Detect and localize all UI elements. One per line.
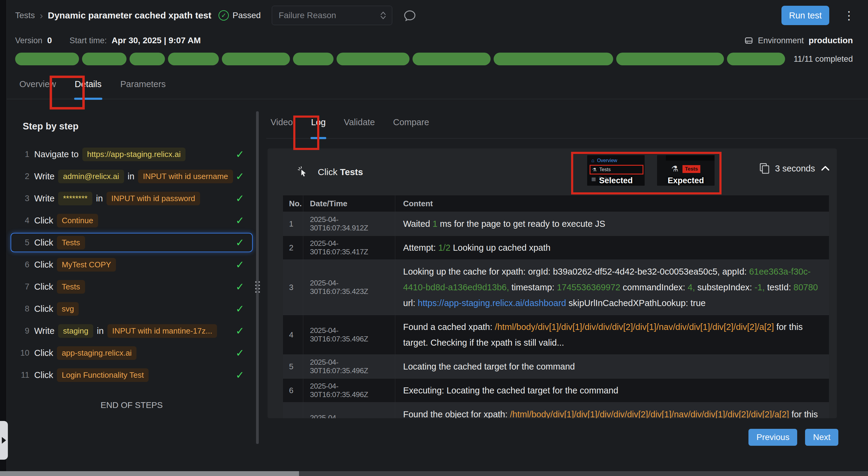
horizontal-scrollbar-thumb[interactable] — [0, 471, 299, 476]
next-button[interactable]: Next — [805, 429, 838, 446]
step-target-badge: staging — [58, 324, 93, 338]
log-text: commandIndex: — [620, 282, 688, 292]
step-list: 1Navigate to https://app-staging.relicx.… — [10, 144, 253, 385]
mini-nav-tests-highlighted: ⚗Tests — [590, 165, 644, 174]
step-row[interactable]: 11Click Login Functionality Test✓ — [10, 365, 253, 385]
step-row[interactable]: 10Click app-staging.relicx.ai✓ — [10, 343, 253, 363]
comment-icon[interactable] — [403, 9, 416, 22]
steps-title: Step by step — [23, 121, 253, 132]
tab-log[interactable]: Log — [311, 109, 326, 138]
step-target-badge: Login Functionality Test — [57, 368, 149, 382]
step-action-text: in — [125, 171, 137, 181]
step-row[interactable]: 3Write ******** in INPUT with id passwor… — [10, 189, 253, 208]
step-number: 4 — [18, 216, 29, 225]
log-row-content: Found a cached xpath: /html/body/div[1]/… — [395, 315, 829, 354]
previous-button[interactable]: Previous — [748, 429, 797, 446]
selected-screenshot-thumbnail[interactable]: ⌂Overview ⚗Tests ▦Suites Selected — [587, 155, 645, 186]
page-title: Dynamic parameter cached xpath test — [48, 10, 211, 21]
details-content: Step by step 1Navigate to https://app-st… — [0, 109, 868, 476]
log-highlight-value: 1/2 — [438, 243, 451, 252]
log-row-number: 1 — [283, 212, 303, 236]
version-label: Version — [15, 36, 42, 45]
tab-validate[interactable]: Validate — [343, 109, 376, 138]
col-header-content: Content — [395, 195, 829, 212]
step-row[interactable]: 9Write staging in INPUT with id mantine-… — [10, 321, 253, 341]
step-row[interactable]: 8Click svg✓ — [10, 299, 253, 318]
overflow-menu-icon[interactable]: ⋮ — [843, 9, 855, 22]
command-label: Click Tests — [318, 167, 363, 177]
collapse-chevron-up-icon[interactable] — [820, 165, 830, 172]
step-action-text: Click — [34, 304, 56, 314]
expected-screenshot-thumbnail[interactable]: ⚗ Tests Expected — [657, 155, 715, 186]
breadcrumb-chevron-icon: › — [40, 10, 43, 21]
log-table-row: 42025-04-30T16:07:35.496ZFound a cached … — [283, 315, 829, 354]
step-action-text: Write — [34, 326, 57, 336]
step-target-badge: Tests — [57, 236, 85, 249]
step-row[interactable]: 6Click MyTest COPY✓ — [10, 255, 253, 274]
log-row-content: Found the object for xpath: /html/body/d… — [395, 403, 829, 418]
step-number: 3 — [18, 194, 29, 203]
breadcrumb[interactable]: Tests — [15, 10, 35, 20]
log-row-content: Attempt: 1/2 Looking up cached xpath — [395, 236, 829, 260]
tab-overview[interactable]: Overview — [19, 75, 57, 99]
step-target-badge: https://app-staging.relicx.ai — [82, 147, 186, 161]
log-row-timestamp: 2025-04-30T16:07:35.753Z — [303, 403, 395, 418]
step-success-check-icon: ✓ — [236, 237, 245, 248]
log-row-timestamp: 2025-04-30T16:07:35.496Z — [303, 355, 395, 378]
step-number: 5 — [18, 238, 29, 247]
drive-icon — [744, 36, 753, 45]
log-highlight-value: 1745536369972 — [557, 282, 620, 292]
log-table-row: 22025-04-30T16:07:35.417ZAttempt: 1/2 Lo… — [283, 236, 829, 260]
panel-resize-grip[interactable] — [254, 281, 261, 293]
copy-icon[interactable] — [760, 163, 770, 174]
tab-details[interactable]: Details — [74, 75, 102, 99]
log-highlight-value: 1 — [433, 219, 437, 229]
step-row[interactable]: 1Navigate to https://app-staging.relicx.… — [10, 144, 253, 164]
log-row-content: Looking up the cache for xpath: orgId: b… — [395, 260, 829, 315]
status-badge: ✓ Passed — [218, 10, 260, 21]
step-success-check-icon: ✓ — [236, 325, 245, 337]
step-row[interactable]: 7Click Tests✓ — [10, 277, 253, 296]
log-xpath-value: /html/body/div[1]/div[1]/div/div/div[2]/… — [510, 409, 789, 418]
horizontal-scrollbar-track[interactable] — [0, 471, 868, 476]
pager: Previous Next — [748, 429, 838, 446]
step-action-text: Click — [34, 238, 56, 248]
log-tabs: Video Log Validate Compare — [266, 109, 868, 138]
log-text: Locating the cached target for the comma… — [403, 362, 575, 371]
log-url-link[interactable]: https://app-staging.relicx.ai/dashboard — [417, 298, 566, 308]
expand-sidebar-handle[interactable] — [0, 421, 8, 460]
check-circle-icon: ✓ — [218, 10, 229, 21]
step-row[interactable]: 4Click Continue✓ — [10, 211, 253, 230]
log-text: Waited — [403, 219, 433, 229]
step-number: 9 — [18, 326, 29, 336]
log-row-timestamp: 2025-04-30T16:07:34.912Z — [303, 212, 395, 236]
tab-compare[interactable]: Compare — [393, 109, 430, 138]
log-row-content: Waited 1 ms for the page to get ready to… — [395, 212, 829, 236]
log-table-body: 12025-04-30T16:07:34.912ZWaited 1 ms for… — [283, 212, 829, 418]
log-text: skipUrlInCachedXPathLookup: true — [566, 298, 706, 308]
log-text: Looking up cached xpath — [451, 243, 551, 252]
log-table-row: 32025-04-30T16:07:35.423ZLooking up the … — [283, 260, 829, 315]
screenshot-thumbnails: ⌂Overview ⚗Tests ▦Suites Selected ⚗ Test… — [571, 155, 717, 186]
home-icon: ⌂ — [591, 158, 594, 163]
step-row[interactable]: 5Click Tests✓ — [10, 233, 253, 252]
steps-vertical-scrollbar[interactable] — [256, 111, 259, 444]
log-table-row: 12025-04-30T16:07:34.912ZWaited 1 ms for… — [283, 212, 829, 236]
select-chevrons-icon — [380, 10, 386, 20]
click-cursor-icon — [297, 166, 309, 178]
step-success-check-icon: ✓ — [236, 192, 245, 204]
progress-segment — [222, 53, 290, 65]
environment-value: production — [809, 36, 853, 45]
log-row-timestamp: 2025-04-30T16:07:35.417Z — [303, 236, 395, 260]
duration-value: 3 seconds — [775, 164, 815, 174]
step-row[interactable]: 2Write admin@relicx.ai in INPUT with id … — [10, 167, 253, 186]
tab-parameters[interactable]: Parameters — [120, 75, 166, 99]
tab-video[interactable]: Video — [270, 109, 293, 138]
start-time-label: Start time: — [70, 36, 107, 45]
run-meta-row: Version 0 Start time: Apr 30, 2025 | 9:0… — [0, 31, 868, 50]
progress-segment — [129, 53, 165, 65]
run-test-button[interactable]: Run test — [781, 6, 829, 25]
log-row-content: Locating the cached target for the comma… — [395, 355, 829, 378]
failure-reason-select[interactable]: Failure Reason — [272, 6, 392, 25]
log-text: ms for the page to get ready to execute … — [437, 219, 605, 229]
